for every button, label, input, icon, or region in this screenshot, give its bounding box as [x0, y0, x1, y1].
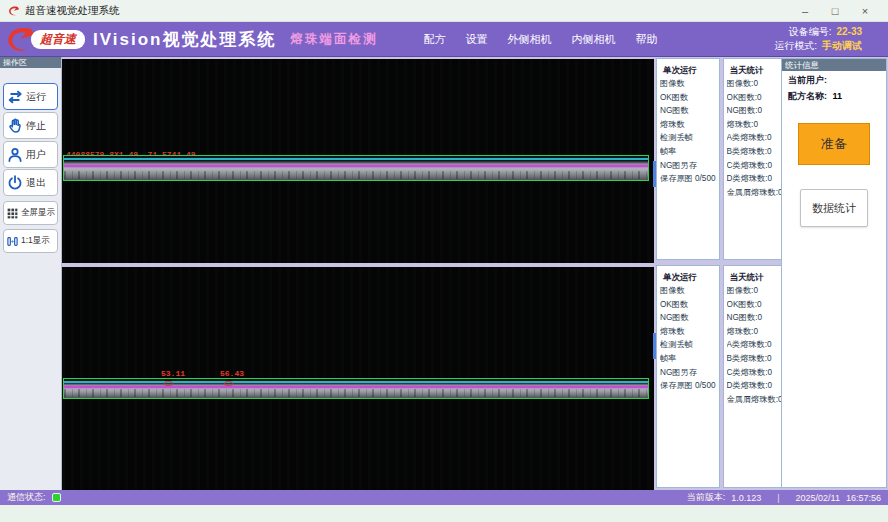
- status-separator: |: [777, 493, 779, 503]
- stat-label: 熔珠数: [660, 325, 716, 339]
- camera-viewport-bottom[interactable]: 53.11 56.43: [62, 267, 654, 490]
- version-value: 1.0.123: [731, 493, 761, 503]
- stat-row: 金属屑熔珠数:0: [727, 393, 783, 407]
- run-button[interactable]: 运行: [3, 83, 58, 110]
- stat-label: NG图数: [660, 311, 716, 325]
- menu-item[interactable]: 内侧相机: [571, 32, 615, 47]
- comm-status-label: 通信状态:: [7, 491, 46, 504]
- save-raw-value: 0/500: [695, 174, 716, 183]
- stat-row: D类熔珠数:0: [727, 379, 783, 393]
- power-icon: [6, 174, 24, 192]
- window-control-button[interactable]: –: [790, 5, 820, 17]
- save-raw-row: 保存原图 0/500: [660, 379, 716, 393]
- main-menu: 配方设置外侧相机内侧相机帮助: [423, 32, 657, 47]
- stat-row: D类熔珠数:0: [727, 172, 783, 186]
- stat-row: OK图数:0: [727, 298, 783, 312]
- save-raw-row: 保存原图 0/500: [660, 172, 716, 186]
- grid-icon: [6, 207, 19, 220]
- one-to-one-icon: [6, 235, 19, 248]
- strip-texture: [64, 389, 648, 397]
- menu-item[interactable]: 帮助: [635, 32, 657, 47]
- app-subtitle: 熔珠端面检测: [290, 31, 377, 48]
- stop-button-label: 停止: [26, 119, 46, 133]
- stat-row: 金属屑熔珠数:0: [727, 186, 783, 200]
- prepare-button[interactable]: 准备: [798, 123, 870, 165]
- one-to-one-button-label: 1:1显示: [21, 235, 50, 247]
- stat-label: 帧率: [660, 145, 716, 159]
- current-user-label: 当前用户:: [788, 75, 827, 85]
- stat-row: C类熔珠数:0: [727, 366, 783, 380]
- daily-stats-title: 当天统计: [728, 66, 766, 75]
- menu-item[interactable]: 设置: [465, 32, 487, 47]
- stat-label: 检测丢帧: [660, 338, 716, 352]
- stat-row: 图像数:0: [727, 77, 783, 91]
- single-run-title: 单次运行: [661, 66, 699, 75]
- app-header: 超音速 IVision视觉处理系统 熔珠端面检测 配方设置外侧相机内侧相机帮助 …: [0, 22, 888, 57]
- window-control-button[interactable]: ×: [850, 5, 880, 17]
- run-cycle-icon: [6, 88, 24, 106]
- save-raw-label: 保存原图: [660, 381, 693, 390]
- edge-line: [64, 158, 648, 160]
- window-control-button[interactable]: □: [820, 5, 850, 17]
- stat-label: 图像数: [660, 77, 716, 91]
- detection-line: [64, 165, 648, 167]
- strip-texture: [64, 171, 648, 179]
- stat-row: A类熔珠数:0: [727, 338, 783, 352]
- menu-item[interactable]: 配方: [423, 32, 445, 47]
- stat-label: OK图数: [660, 298, 716, 312]
- app-window: 超音速视觉处理系统 –□× 超音速 IVision视觉处理系统 熔珠端面检测 配…: [0, 0, 888, 522]
- titlebar: 超音速视觉处理系统 –□×: [0, 0, 888, 22]
- exit-button[interactable]: 退出: [3, 169, 58, 196]
- camera-viewport-top[interactable]: 44088579.8X1.49 71.5741.49: [62, 59, 654, 263]
- stat-row: OK图数:0: [727, 91, 783, 105]
- stat-label: 检测丢帧: [660, 131, 716, 145]
- measurement-label-2: 56.43: [220, 369, 244, 378]
- stat-row: B类熔珠数:0: [727, 352, 783, 366]
- stat-row: B类熔珠数:0: [727, 145, 783, 159]
- status-time: 16:57:56: [846, 493, 881, 503]
- single-run-rows: 图像数OK图数NG图数熔珠数检测丢帧帧率NG图另存: [660, 77, 716, 172]
- stat-row: NG图数:0: [727, 311, 783, 325]
- menu-item[interactable]: 外侧相机: [507, 32, 551, 47]
- comm-status-indicator: [52, 493, 61, 502]
- stat-label: 图像数: [660, 284, 716, 298]
- window-title: 超音速视觉处理系统: [25, 4, 120, 18]
- daily-stats-rows: 图像数:0OK图数:0NG图数:0熔珠数:0A类熔珠数:0B类熔珠数:0C类熔珠…: [727, 284, 783, 406]
- app-title: IVision视觉处理系统: [93, 28, 276, 51]
- user-button-label: 用户: [26, 148, 46, 162]
- stat-row: 熔珠数:0: [727, 325, 783, 339]
- weld-strip-image: [63, 155, 649, 181]
- data-statistics-button[interactable]: 数据统计: [800, 189, 868, 227]
- fullscreen-button[interactable]: 全屏显示: [3, 201, 58, 225]
- stat-label: 帧率: [660, 352, 716, 366]
- statistics-info-title: 统计信息: [782, 59, 886, 71]
- stat-label: NG图数: [660, 104, 716, 118]
- stop-button[interactable]: 停止: [3, 112, 58, 139]
- statistics-info-panel: 统计信息 当前用户: 配方名称: 11 准备 数据统计: [781, 58, 887, 488]
- status-bar-right: 当前版本: 1.0.123 | 2025/02/11 16:57:56: [687, 491, 881, 504]
- single-run-rows: 图像数OK图数NG图数熔珠数检测丢帧帧率NG图另存: [660, 284, 716, 379]
- exit-button-label: 退出: [26, 176, 46, 190]
- measurement-label-1: 53.11: [161, 369, 185, 378]
- stat-row: 熔珠数:0: [727, 118, 783, 132]
- window-controls: –□×: [790, 5, 880, 17]
- stat-label: 熔珠数: [660, 118, 716, 132]
- current-user-row: 当前用户:: [782, 71, 886, 87]
- daily-stats-rows: 图像数:0OK图数:0NG图数:0熔珠数:0A类熔珠数:0B类熔珠数:0C类熔珠…: [727, 77, 783, 199]
- recipe-name-row: 配方名称: 11: [782, 87, 886, 103]
- sidebar: 操作区 运行 停止: [0, 57, 62, 490]
- user-button[interactable]: 用户: [3, 141, 58, 168]
- stat-row: A类熔珠数:0: [727, 131, 783, 145]
- single-run-panel: 单次运行 图像数OK图数NG图数熔珠数检测丢帧帧率NG图另存 保存原图 0/50…: [656, 58, 720, 260]
- device-info: 设备编号: 22-33 运行模式: 手动调试: [774, 25, 862, 53]
- stats-group-bottom: 单次运行 图像数OK图数NG图数熔珠数检测丢帧帧率NG图另存 保存原图 0/50…: [656, 265, 780, 488]
- stat-label: OK图数: [660, 91, 716, 105]
- brand-name: 超音速: [31, 30, 85, 49]
- save-raw-label: 保存原图: [660, 174, 693, 183]
- stat-row: C类熔珠数:0: [727, 159, 783, 173]
- run-mode-label: 运行模式:: [774, 39, 817, 53]
- one-to-one-button[interactable]: 1:1显示: [3, 229, 58, 253]
- user-icon: [6, 146, 24, 164]
- single-run-panel: 单次运行 图像数OK图数NG图数熔珠数检测丢帧帧率NG图另存 保存原图 0/50…: [656, 265, 720, 488]
- recipe-name-label: 配方名称:: [788, 91, 827, 101]
